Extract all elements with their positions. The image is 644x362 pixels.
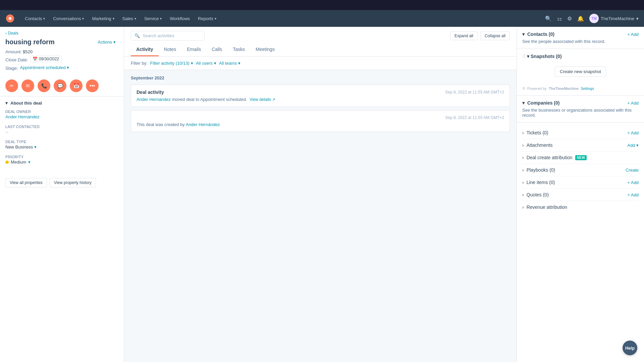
attachments-add-button[interactable]: Add ▾ [627, 143, 639, 148]
search-icon[interactable]: 🔍 [545, 15, 552, 22]
back-to-deals-link[interactable]: ‹ Deals [5, 31, 118, 36]
companies-add-button[interactable]: + Add [627, 101, 639, 106]
center-panel: 🔍 Search activities Expand all Collapse … [124, 27, 517, 362]
nav-workflows[interactable]: Workflows [166, 14, 193, 23]
activity-person-link[interactable]: Ander Hernández [186, 122, 220, 127]
action-icons: ✏ ✉ 📞 💬 📅 ••• [0, 75, 124, 96]
playbooks-title[interactable]: › Playbooks (0) [522, 167, 555, 173]
edit-button[interactable]: ✏ [5, 79, 18, 92]
view-buttons: View all properties View property histor… [0, 174, 124, 191]
chevron-down-icon: ▾ [113, 40, 116, 45]
calendar-icon: 📅 [33, 57, 38, 61]
nav-marketing[interactable]: Marketing ▾ [89, 14, 117, 23]
chevron-down-icon: ▾ [522, 100, 525, 106]
stage-selector[interactable]: Appointment scheduled ▾ [20, 65, 69, 70]
hubspot-logo[interactable] [5, 14, 15, 23]
expand-all-button[interactable]: Expand all [450, 32, 478, 40]
attachments-row: › Attachments Add ▾ [522, 139, 639, 152]
priority-value: Medium ▾ [5, 160, 118, 165]
search-box[interactable]: 🔍 Search activities [131, 31, 205, 41]
chevron-down-icon: ▾ [636, 16, 639, 21]
tickets-title[interactable]: › Tickets (0) [522, 130, 548, 135]
expand-collapse-buttons: Expand all Collapse all [450, 32, 510, 40]
attachments-title[interactable]: › Attachments [522, 142, 553, 148]
about-header[interactable]: ▾ About this deal [0, 97, 124, 110]
deal-create-attribution-title[interactable]: › Deal create attribution NEW [522, 155, 587, 160]
last-contacted-row: Last contacted -- [5, 125, 118, 134]
playbooks-create-button[interactable]: Create [626, 168, 639, 173]
message-button[interactable]: 💬 [54, 79, 66, 92]
notifications-icon[interactable]: 🔔 [577, 15, 584, 22]
revenue-attribution-title[interactable]: › Revenue attribution [522, 204, 567, 210]
nav-reports[interactable]: Reports ▾ [195, 14, 220, 23]
month-label: September 2022 [131, 75, 510, 80]
nav-contacts[interactable]: Contacts ▾ [21, 14, 48, 23]
nav-service[interactable]: Service ▾ [141, 14, 165, 23]
activity-person-link[interactable]: Ander Hernández [137, 97, 171, 102]
chevron-down-icon: ▾ [5, 101, 8, 106]
marketplace-icon[interactable]: ⚏ [557, 15, 562, 22]
tab-calls[interactable]: Calls [206, 43, 227, 56]
quotes-add-button[interactable]: + Add [627, 192, 639, 197]
call-button[interactable]: 📞 [38, 79, 50, 92]
snapshots-settings-link[interactable]: Settings [581, 86, 594, 90]
snapshots-title[interactable]: ⠿ ▾ Snapshots (0) [522, 54, 562, 59]
activity-card-header: Sep 8, 2022 at 11:55 AM GMT+2 [137, 115, 504, 120]
tab-notes[interactable]: Notes [159, 43, 182, 56]
view-property-history-button[interactable]: View property history [50, 178, 96, 187]
dropdown-icon[interactable]: ▾ [34, 144, 37, 149]
filter-users-button[interactable]: All users ▾ [196, 61, 216, 66]
tab-activity[interactable]: Activity [131, 43, 159, 56]
stage-row: Stage: Appointment scheduled ▾ [5, 65, 118, 71]
activity-feed: September 2022 Deal activity Sep 8, 2022… [124, 70, 517, 141]
quotes-title[interactable]: › Quotes (0) [522, 192, 549, 197]
view-all-properties-button[interactable]: View all properties [5, 178, 47, 187]
revenue-attribution-row: › Revenue attribution [522, 201, 639, 213]
nav-conversations[interactable]: Conversations ▾ [50, 14, 87, 23]
playbooks-row: › Playbooks (0) Create [522, 164, 639, 176]
view-details-link[interactable]: View details ↗ [250, 97, 275, 102]
collapsed-sections: › Tickets (0) + Add › Attachments Add ▾ [517, 123, 644, 217]
contacts-section: ▾ Contacts (0) + Add See the people asso… [517, 27, 644, 49]
contacts-header: ▾ Contacts (0) + Add [522, 32, 639, 37]
line-items-title[interactable]: › Line items (0) [522, 180, 555, 185]
close-date-input[interactable]: 📅 09/30/2022 [30, 56, 61, 62]
last-contacted-value: -- [5, 129, 118, 134]
more-button[interactable]: ••• [86, 79, 99, 92]
companies-title[interactable]: ▾ Companies (0) [522, 100, 559, 106]
chevron-down-icon: ▾ [522, 32, 525, 37]
chevron-down-icon: ▾ [238, 61, 240, 66]
meeting-button[interactable]: 📅 [70, 79, 83, 92]
help-button[interactable]: Help [623, 341, 637, 355]
settings-icon[interactable]: ⚙ [567, 15, 572, 22]
back-arrow-icon: ‹ [5, 31, 7, 36]
avatar: TM [589, 14, 599, 23]
filter-teams-button[interactable]: All teams ▾ [219, 61, 240, 66]
svg-point-0 [9, 17, 11, 20]
tickets-add-button[interactable]: + Add [627, 130, 639, 135]
chevron-right-icon: › [522, 192, 524, 197]
actions-button[interactable]: Actions ▾ [95, 38, 118, 46]
contacts-add-button[interactable]: + Add [627, 32, 639, 37]
tab-emails[interactable]: Emails [181, 43, 206, 56]
chevron-down-icon: ▾ [191, 61, 193, 66]
collapse-all-button[interactable]: Collapse all [480, 32, 510, 40]
contacts-title[interactable]: ▾ Contacts (0) [522, 32, 554, 37]
line-items-add-button[interactable]: + Add [627, 180, 639, 185]
tab-tasks[interactable]: Tasks [227, 43, 250, 56]
create-snapshot-button[interactable]: Create new snapshot [555, 66, 606, 77]
deal-type-value: New Business ▾ [5, 144, 118, 149]
email-button[interactable]: ✉ [21, 79, 34, 92]
username-label: TheTimeMachine [601, 16, 634, 21]
center-top-row: 🔍 Search activities Expand all Collapse … [131, 31, 510, 41]
nav-sales[interactable]: Sales ▾ [119, 14, 140, 23]
center-header: 🔍 Search activities Expand all Collapse … [124, 27, 517, 57]
user-menu[interactable]: TM TheTimeMachine ▾ [589, 14, 639, 23]
filter-activity-button[interactable]: Filter activity (10/13) ▾ [150, 61, 193, 66]
deal-owner-value[interactable]: Ander Hernández [5, 114, 118, 119]
powered-by-icon: ⊙ [522, 86, 525, 90]
right-panel: ▾ Contacts (0) + Add See the people asso… [517, 27, 644, 362]
tab-meetings[interactable]: Meetings [250, 43, 280, 56]
deal-meta: Amount: $520 Close Date: 📅 09/30/2022 St… [5, 49, 118, 71]
dropdown-icon[interactable]: ▾ [28, 160, 31, 165]
